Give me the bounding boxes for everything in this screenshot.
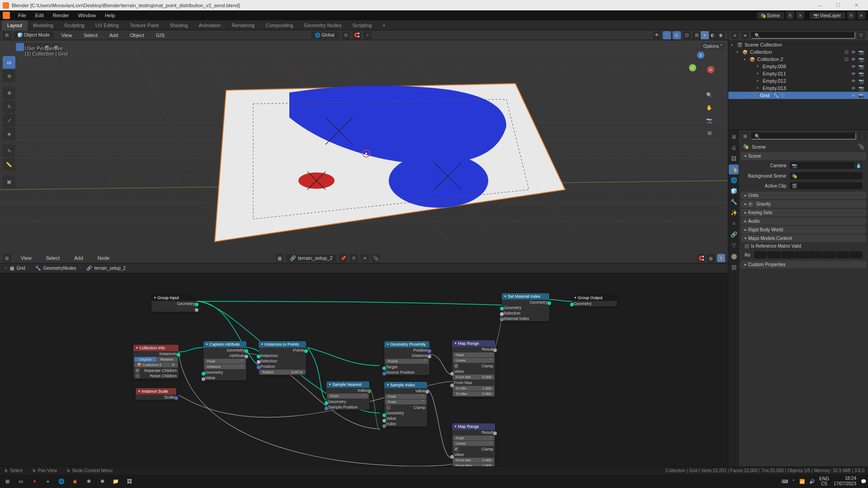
tray-lang-2[interactable]: CS [819, 481, 829, 486]
taskbar-app-3[interactable]: ❋ [97, 476, 108, 487]
node-group-output[interactable]: Group Output Geometry [572, 295, 617, 306]
taskbar-explorer[interactable]: 📁 [110, 476, 121, 487]
viewport-options[interactable]: Options ˅ [701, 43, 725, 50]
properties-search[interactable] [751, 132, 856, 140]
viewlayer-selector[interactable]: 📷 ViewLayer [810, 12, 845, 19]
tool-annotate[interactable]: ✎ [3, 145, 15, 157]
panel-keying-sets[interactable]: Keying Sets [741, 209, 866, 216]
xray-icon[interactable]: ⊡ [683, 31, 691, 39]
prop-tab-constraints[interactable]: 🔗 [729, 230, 739, 239]
tool-add[interactable]: ▣ [3, 175, 15, 188]
viewport-menu-view[interactable]: View [57, 33, 76, 38]
tray-keyboard-icon[interactable]: ⌨ [782, 479, 788, 484]
pin-icon[interactable]: 📎 [858, 144, 864, 150]
proportional-icon[interactable]: ○ [363, 31, 372, 39]
tool-move[interactable]: ✥ [3, 87, 15, 99]
viewport-menu-object[interactable]: Object [125, 33, 149, 38]
prop-tab-object[interactable]: 🧊 [729, 186, 739, 196]
node-unlink-icon[interactable]: ✕ [361, 254, 369, 262]
axis-x-icon[interactable]: X [707, 66, 714, 73]
overlays-icon[interactable]: ◍ [673, 31, 681, 39]
node-snap-icon[interactable]: 🧲 [697, 254, 705, 262]
outliner-filter-icon[interactable]: ▽ [857, 31, 865, 39]
tool-scale[interactable]: ⤢ [3, 114, 15, 127]
axis-y-icon[interactable]: Y [689, 64, 696, 71]
background-scene-field[interactable]: 🎭 [790, 172, 863, 179]
menu-window[interactable]: Window [74, 13, 100, 18]
tab-shading[interactable]: Shading [164, 20, 193, 30]
panel-scene[interactable]: Scene [741, 152, 866, 160]
tree-collection-2[interactable]: ▾📦Collection 2 ☑👁📷 [728, 56, 868, 63]
tree-collection[interactable]: ▾📦Collection ☑👁📷 [728, 48, 868, 56]
node-browse-icon[interactable]: ▦ [275, 254, 283, 262]
minimize-button[interactable]: — [811, 0, 829, 10]
perspective-icon[interactable]: ⊞ [704, 128, 714, 138]
tray-lang-1[interactable]: ENG [819, 476, 829, 481]
viewport-3d[interactable]: ⬚ ◠ ○ ◩ ▦ User Perspective (1) Collectio… [0, 40, 728, 253]
scene-copy-icon[interactable]: ⎘ [786, 11, 794, 19]
node-set-material-index[interactable]: Set Material Index Geometry Geometry Sel… [502, 293, 549, 321]
tab-scripting[interactable]: Scripting [347, 20, 377, 30]
tab-geometry-nodes[interactable]: Geometry Nodes [298, 20, 347, 30]
node-sample-nearest[interactable]: Sample Nearest Index Point˅ Geometry Sam… [326, 381, 369, 410]
tab-add[interactable]: + [377, 20, 391, 30]
menu-file[interactable]: File [14, 13, 31, 18]
viewport-menu-add[interactable]: Add [105, 33, 123, 38]
panel-units[interactable]: Units [741, 192, 866, 199]
scene-delete-icon[interactable]: ✕ [796, 11, 804, 19]
node-map-range-1[interactable]: Map Range Result Float˅ Linear˅ Clamp Va… [452, 340, 495, 397]
tab-layout[interactable]: Layout [2, 20, 28, 30]
node-menu-select[interactable]: Select [42, 255, 65, 261]
scene-selector[interactable]: 🎭 Scene [757, 12, 784, 19]
viewport-menu-gis[interactable]: GIS [151, 33, 169, 38]
outliner-search[interactable] [751, 32, 855, 39]
prop-tab-data[interactable]: ▽ [729, 240, 739, 250]
node-editor[interactable]: Group Input Geometry Set Material Index … [0, 273, 728, 467]
prop-tab-modifiers[interactable]: 🔧 [729, 197, 739, 207]
node-menu-node[interactable]: Node [93, 255, 114, 261]
tree-empty-012[interactable]: ⌖Empty.012 👁📷 [728, 77, 868, 84]
tray-volume-icon[interactable]: 🔊 [809, 479, 815, 484]
menu-help[interactable]: Help [100, 13, 120, 18]
tray-expand-icon[interactable]: ˄ [793, 479, 795, 484]
viewport-menu-select[interactable]: Select [79, 33, 102, 38]
node-collection-info[interactable]: Collection Info Instances Original Relat… [133, 345, 179, 379]
nav-gizmo[interactable]: Z X Y [687, 52, 719, 83]
pivot-icon[interactable]: ⊙ [342, 31, 350, 39]
orientation-selector[interactable]: 🌐 Global [311, 32, 339, 38]
node-instances-to-points[interactable]: Instances to Points Points Instances Sel… [259, 341, 306, 375]
tool-rotate[interactable]: ↻ [3, 100, 15, 113]
select-box-icon[interactable]: ⬚ [16, 43, 24, 51]
tab-sculpting[interactable]: Sculpting [59, 20, 90, 30]
axis-z-icon[interactable]: Z [697, 52, 704, 59]
tree-empty-013[interactable]: ⌖Empty.013 👁📷 [728, 84, 868, 92]
panel-audio[interactable]: Audio [741, 217, 866, 225]
node-parent-icon[interactable]: ⬆ [717, 254, 725, 262]
prop-tab-physics[interactable]: ⚛ [729, 219, 739, 229]
taskbar-app-1[interactable]: ✦ [29, 476, 40, 487]
node-fake-user-icon[interactable]: 📎 [372, 254, 380, 262]
tree-scene-collection[interactable]: ▾🎬Scene Collection [728, 41, 868, 48]
breadcrumb-nodegroup[interactable]: terrain_setup_2 [94, 266, 126, 271]
task-view-button[interactable]: ▭ [15, 476, 26, 487]
prop-tab-material[interactable]: ⬤ [729, 251, 739, 261]
visibility-icon[interactable]: 👁 [653, 31, 661, 39]
outliner-type-icon[interactable]: ≡ [731, 31, 739, 39]
zoom-icon[interactable]: 🔍 [704, 90, 714, 100]
tool-select[interactable]: ▭ [3, 56, 15, 69]
outliner-display-icon[interactable]: ▾ [741, 31, 749, 39]
node-editor-type-icon[interactable]: ⊞ [3, 254, 11, 262]
close-button[interactable]: ✕ [847, 0, 865, 10]
active-clip-field[interactable]: 🎬 [790, 182, 863, 189]
prop-options-icon[interactable]: ⋮ [858, 132, 866, 140]
panel-maps-models[interactable]: Maps Models Context [741, 235, 866, 242]
node-geometry-proximity[interactable]: Geometry Proximity Position Distance Poi… [384, 341, 429, 375]
app-icon[interactable] [3, 12, 10, 19]
start-button[interactable]: ⊞ [2, 476, 13, 487]
prop-tab-render[interactable]: 🖥 [729, 132, 739, 142]
editor-type-icon[interactable]: ⊞ [3, 31, 11, 39]
gizmos-icon[interactable]: ⬚ [663, 31, 671, 39]
solid-shading-icon[interactable]: ● [701, 31, 709, 39]
taskbar-blender[interactable]: ◉ [70, 476, 80, 487]
tab-modeling[interactable]: Modeling [28, 20, 59, 30]
